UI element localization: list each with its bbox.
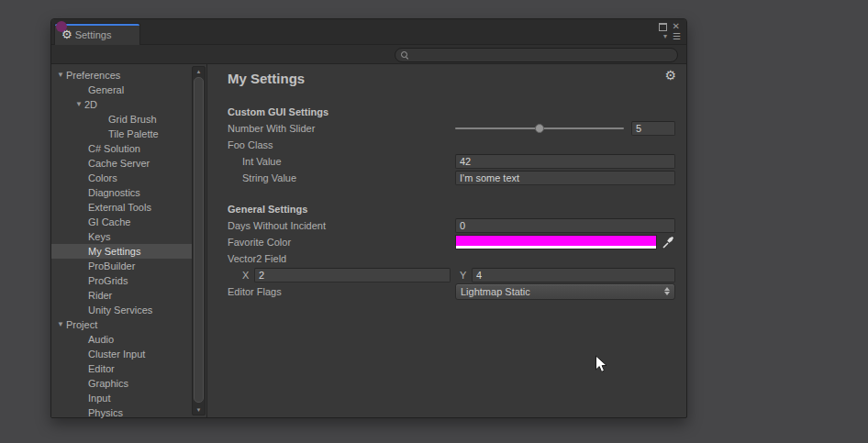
sidebar-scrollbar[interactable]: ▲ ▼: [192, 66, 206, 415]
row-editor-flags: Editor Flags Lightmap Static: [228, 283, 675, 300]
sidebar-item-progrids[interactable]: ProGrids: [51, 273, 194, 288]
sidebar-item-2d[interactable]: ▼2D: [51, 97, 194, 112]
sidebar-item-rider[interactable]: Rider: [51, 288, 194, 303]
sidebar-item-physics[interactable]: Physics: [51, 405, 194, 420]
days-without-incident-input[interactable]: [455, 218, 675, 233]
scrollbar-thumb[interactable]: [194, 77, 204, 403]
row-vector2-field: Vector2 Field: [228, 250, 675, 267]
row-days-without-incident: Days Without Incident: [228, 217, 675, 234]
sidebar-item-csharp-solution[interactable]: C# Solution: [51, 141, 194, 156]
scroll-up-icon[interactable]: ▲: [193, 68, 205, 75]
sidebar-item-grid-brush[interactable]: Grid Brush: [51, 112, 194, 127]
collapse-triangle-icon[interactable]: ▼: [73, 101, 84, 108]
field-label: String Value: [228, 172, 455, 183]
tab-gear-icon: ⚙: [61, 28, 72, 40]
collapse-triangle-icon[interactable]: ▼: [55, 321, 66, 328]
row-int-value: Int Value: [228, 153, 675, 170]
settings-tree-sidebar: ▼Preferences General ▼2D Grid Brush Tile…: [51, 64, 207, 417]
row-number-with-slider: Number With Slider: [228, 120, 675, 137]
toolbar: [51, 45, 686, 64]
editor-flags-dropdown[interactable]: Lightmap Static: [455, 283, 675, 300]
string-value-input[interactable]: [455, 171, 675, 185]
field-label: Days Without Incident: [228, 220, 455, 231]
sidebar-item-project[interactable]: ▼Project: [51, 317, 194, 332]
field-label: Vector2 Field: [228, 253, 455, 264]
tab-settings[interactable]: ⚙ Settings: [54, 23, 140, 45]
row-string-value: String Value: [228, 170, 675, 186]
search-box[interactable]: [395, 48, 678, 62]
color-swatch[interactable]: [455, 235, 657, 249]
field-label: Editor Flags: [228, 286, 455, 297]
eyedropper-icon[interactable]: [661, 236, 675, 249]
window-controls: ✕ ▾ ☰: [659, 22, 680, 41]
color-swatch-fill: [456, 236, 656, 246]
panel-gear-icon[interactable]: ⚙: [664, 68, 676, 83]
sidebar-item-diagnostics[interactable]: Diagnostics: [51, 185, 194, 200]
tab-label: Settings: [75, 29, 112, 40]
section-custom-gui-settings: Custom GUI Settings: [228, 104, 675, 120]
sidebar-item-my-settings[interactable]: My Settings: [51, 244, 194, 259]
active-tab-accent: [55, 24, 139, 26]
sidebar-item-unity-services[interactable]: Unity Services: [51, 303, 194, 317]
int-value-input[interactable]: [455, 154, 675, 169]
row-vector2-xy: X Y: [228, 267, 675, 283]
settings-tree: ▼Preferences General ▼2D Grid Brush Tile…: [51, 68, 194, 420]
section-general-settings: General Settings: [228, 201, 675, 217]
sidebar-item-graphics[interactable]: Graphics: [51, 376, 194, 391]
sidebar-item-tile-palette[interactable]: Tile Palette: [51, 127, 194, 141]
vector2-y-input[interactable]: [472, 268, 675, 282]
row-foo-class: Foo Class: [228, 137, 675, 153]
sidebar-item-keys[interactable]: Keys: [51, 229, 194, 244]
sidebar-item-cache-server[interactable]: Cache Server: [51, 156, 194, 171]
slider-thumb[interactable]: [535, 124, 544, 133]
field-label: Favorite Color: [228, 237, 455, 248]
color-alpha-bar: [456, 246, 656, 249]
sidebar-item-colors[interactable]: Colors: [51, 171, 194, 185]
scroll-down-icon[interactable]: ▼: [193, 406, 205, 414]
sidebar-item-gi-cache[interactable]: GI Cache: [51, 215, 194, 229]
sidebar-item-external-tools[interactable]: External Tools: [51, 200, 194, 215]
slider-value-input[interactable]: [631, 121, 675, 136]
field-label: Foo Class: [228, 139, 455, 150]
page-title: My Settings: [228, 71, 675, 86]
field-label: Number With Slider: [228, 123, 455, 134]
dropdown-arrows-icon: [663, 287, 670, 296]
vector2-x-input[interactable]: [254, 268, 451, 282]
window-menu-caret-icon[interactable]: ▾: [663, 33, 667, 40]
number-slider[interactable]: [455, 122, 624, 135]
search-input[interactable]: [408, 50, 677, 61]
y-axis-label: Y: [460, 270, 472, 281]
window-menu-icon[interactable]: ☰: [673, 32, 680, 41]
sidebar-item-cluster-input[interactable]: Cluster Input: [51, 347, 194, 361]
dropdown-selected-value: Lightmap Static: [456, 286, 530, 297]
collapse-triangle-icon[interactable]: ▼: [55, 72, 66, 79]
sidebar-item-general[interactable]: General: [51, 83, 194, 97]
sidebar-item-editor[interactable]: Editor: [51, 361, 194, 376]
title-bar: ⚙ Settings ✕ ▾ ☰: [51, 19, 686, 45]
settings-panel: My Settings ⚙ Custom GUI Settings Number…: [207, 64, 686, 417]
sidebar-item-preferences[interactable]: ▼Preferences: [51, 68, 194, 83]
sidebar-item-probuilder[interactable]: ProBuilder: [51, 259, 194, 273]
sidebar-item-audio[interactable]: Audio: [51, 332, 194, 347]
field-label: Int Value: [228, 156, 455, 167]
maximize-icon[interactable]: [659, 23, 667, 31]
x-axis-label: X: [242, 270, 254, 281]
search-icon: [401, 51, 408, 59]
sidebar-item-input[interactable]: Input: [51, 391, 194, 405]
close-icon[interactable]: ✕: [673, 22, 680, 31]
settings-window: ⚙ Settings ✕ ▾ ☰ ▼Preferences General: [50, 18, 687, 418]
row-favorite-color: Favorite Color: [228, 234, 675, 250]
